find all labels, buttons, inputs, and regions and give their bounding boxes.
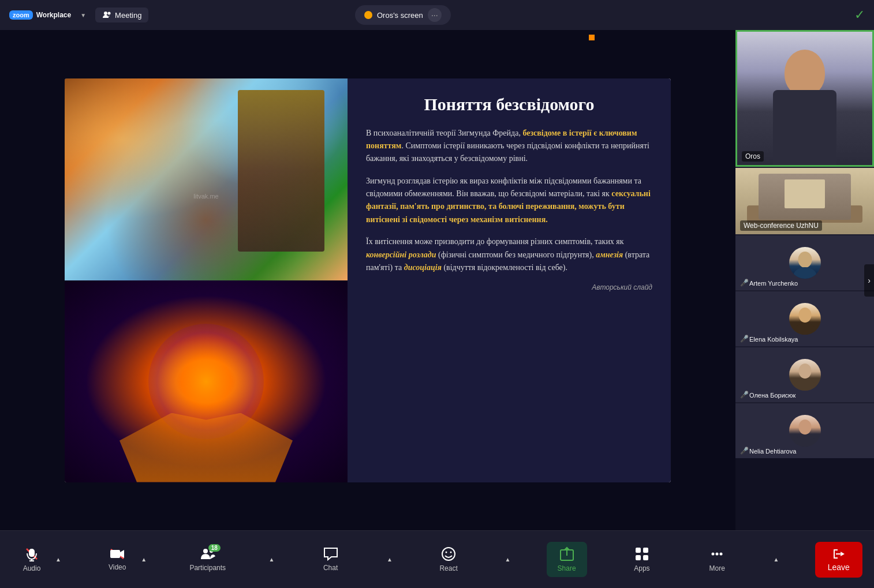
- slide-image-top: litvak.me: [65, 78, 348, 280]
- elena-avatar-svg: [789, 303, 821, 335]
- webconf-name: Web-conference UzhNU: [740, 220, 822, 231]
- more-icon-wrap: [709, 546, 724, 561]
- dropdown-arrow[interactable]: ▼: [80, 12, 86, 18]
- svg-point-15: [203, 549, 208, 553]
- svg-point-8: [798, 420, 811, 435]
- chat-icon: [323, 547, 338, 561]
- audio-button[interactable]: Audio: [12, 542, 52, 577]
- svg-rect-21: [636, 548, 641, 553]
- participants-badge: 18: [208, 544, 221, 552]
- participant-card-olena: 🎤 Олена Борисюк: [735, 347, 874, 402]
- panel-chevron-right[interactable]: ›: [864, 264, 874, 297]
- svg-point-18: [446, 552, 447, 553]
- presentation-area: litvak.me Поняття безсвідомого В психоан…: [0, 30, 735, 530]
- svg-point-26: [716, 553, 719, 556]
- video-caret[interactable]: ▲: [140, 556, 148, 563]
- elena-avatar: [789, 303, 821, 335]
- svg-point-1: [108, 12, 111, 15]
- share-more-button[interactable]: ···: [428, 8, 442, 22]
- apps-icon: [634, 546, 649, 561]
- chat-caret[interactable]: ▲: [386, 556, 394, 563]
- share-icon-wrap: [559, 546, 574, 561]
- svg-point-27: [720, 553, 723, 556]
- share-icon: [559, 546, 574, 561]
- share-button[interactable]: Share: [547, 542, 587, 577]
- react-icon: [441, 546, 456, 561]
- slide-content: Поняття безсвідомого В психоаналітичній …: [348, 78, 671, 482]
- video-label: Video: [109, 563, 126, 571]
- elena-mic-icon: 🎤: [740, 335, 749, 343]
- oros-name: Oros: [742, 151, 764, 162]
- svg-point-0: [104, 12, 107, 15]
- nelia-avatar-svg: [789, 415, 821, 447]
- participants-icon: [102, 10, 111, 20]
- react-button[interactable]: React: [428, 542, 469, 577]
- share-label: Share: [558, 564, 576, 572]
- participants-caret[interactable]: ▲: [267, 556, 275, 563]
- slide-paragraph-1: В психоаналітичній теорії Зигмунда Фрейд…: [366, 127, 652, 166]
- svg-rect-22: [643, 548, 648, 553]
- notification-dot: [589, 35, 595, 40]
- chat-icon-wrap: [323, 547, 338, 561]
- nelia-mic-icon: 🎤: [740, 447, 749, 455]
- leave-label: Leave: [828, 563, 850, 572]
- room-picture: [785, 179, 825, 208]
- chat-label: Chat: [323, 564, 338, 572]
- oros-video: [737, 32, 872, 165]
- svg-point-6: [798, 364, 811, 379]
- olena-avatar-svg: [789, 359, 821, 391]
- svg-point-3: [793, 267, 816, 279]
- video-group: Video ▲: [97, 543, 148, 576]
- apps-label: Apps: [634, 564, 649, 572]
- artem-avatar: [789, 247, 821, 279]
- elena-name: Elena Kobilskaya: [749, 336, 798, 343]
- share-screen-label: Oros's screen: [377, 11, 423, 20]
- audio-caret[interactable]: ▲: [54, 556, 62, 563]
- artem-mic-icon: 🎤: [740, 279, 749, 287]
- oros-person-figure: [759, 50, 851, 165]
- meeting-label: Meeting: [115, 11, 141, 20]
- participant-card-elena: 🎤 Elena Kobilskaya: [735, 291, 874, 346]
- svg-point-5: [793, 323, 816, 335]
- meeting-button[interactable]: Meeting: [95, 8, 148, 23]
- video-icon-wrap: [109, 548, 125, 560]
- apps-icon-wrap: [634, 546, 649, 561]
- slide-images: litvak.me: [65, 78, 348, 482]
- oros-head: [785, 50, 825, 96]
- participant-card-artem: 🎤 Artem Yurchenko: [735, 235, 874, 290]
- small-participant-cards: 🎤 Artem Yurchenko 🎤 Elena Kobilskaya: [735, 235, 874, 458]
- participant-card-oros: Oros: [735, 30, 874, 167]
- bottom-toolbar: Audio ▲ Video ▲ 18 Par: [0, 530, 874, 588]
- svg-point-25: [712, 553, 715, 556]
- share-dot: [364, 11, 372, 19]
- leave-button[interactable]: Leave: [815, 542, 862, 578]
- audio-label: Audio: [23, 564, 41, 572]
- more-label: More: [709, 564, 725, 572]
- artem-name: Artem Yurchenko: [749, 280, 798, 287]
- watermark: litvak.me: [193, 193, 218, 200]
- participant-card-webconf: Web-conference UzhNU: [735, 168, 874, 234]
- more-button[interactable]: More: [697, 542, 737, 577]
- main-area: litvak.me Поняття безсвідомого В психоан…: [0, 30, 874, 530]
- olena-mic-icon: 🎤: [740, 391, 749, 399]
- slide-attribution: Авторський слайд: [366, 283, 652, 291]
- audio-icon-wrap: [24, 546, 39, 561]
- more-caret[interactable]: ▲: [772, 556, 780, 563]
- video-button[interactable]: Video: [97, 543, 137, 576]
- svg-point-4: [798, 308, 811, 323]
- oros-body: [773, 90, 836, 167]
- svg-point-19: [450, 552, 452, 553]
- svg-rect-24: [643, 555, 648, 560]
- slide-paragraph-2: Зигмунд розглядав істерію як вираз конфл…: [366, 175, 652, 227]
- video-icon: [109, 548, 125, 560]
- svg-point-2: [798, 252, 812, 268]
- participants-button[interactable]: 18 Participants: [182, 542, 233, 576]
- apps-button[interactable]: Apps: [622, 542, 662, 577]
- svg-point-7: [793, 379, 816, 391]
- olena-name: Олена Борисюк: [749, 392, 795, 399]
- react-caret[interactable]: ▲: [503, 556, 511, 563]
- hands-shape: [119, 413, 293, 482]
- participant-card-nelia: 🎤 Nelia Dehtiarova: [735, 403, 874, 458]
- chat-button[interactable]: Chat: [311, 542, 351, 576]
- more-icon: [709, 546, 724, 561]
